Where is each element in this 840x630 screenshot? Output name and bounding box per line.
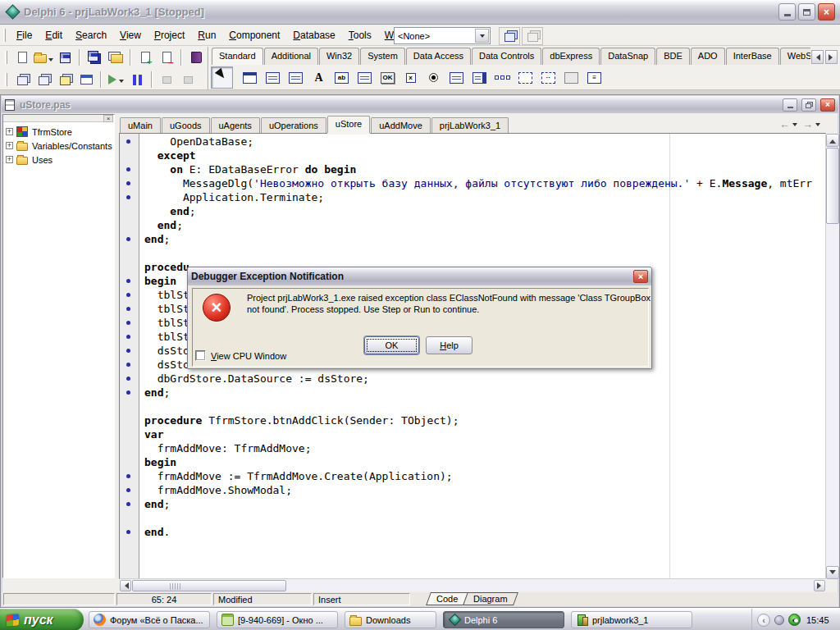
- breakpoint-dot-icon[interactable]: [126, 502, 130, 506]
- expand-plus-icon[interactable]: +: [6, 156, 13, 163]
- tree-item-tfrmstore[interactable]: +TfrmStore: [3, 125, 113, 139]
- taskbar-item-delphi[interactable]: Delphi 6: [443, 611, 564, 628]
- panel-icon[interactable]: [560, 66, 582, 89]
- menu-project[interactable]: Project: [148, 26, 191, 44]
- action-list-icon[interactable]: ≡: [583, 66, 605, 89]
- checkbox-icon[interactable]: [195, 350, 206, 361]
- editor-tab-ugoods[interactable]: uGoods: [162, 117, 210, 133]
- editor-tab-ustore[interactable]: uStore: [327, 116, 370, 133]
- save-all-button[interactable]: [84, 48, 105, 67]
- palette-tab-dbexpress[interactable]: dbExpress: [542, 48, 600, 65]
- editor-tab-uagents[interactable]: uAgents: [211, 117, 260, 133]
- palette-tab-datasnap[interactable]: DataSnap: [600, 48, 655, 65]
- palette-tab-bde[interactable]: BDE: [656, 48, 690, 65]
- new-form-button[interactable]: [75, 70, 97, 89]
- scroll-left-button[interactable]: [120, 580, 131, 591]
- pause-button[interactable]: [126, 70, 148, 89]
- palette-tab-webservices[interactable]: WebServices: [780, 48, 810, 65]
- view-form-button[interactable]: [33, 70, 54, 89]
- horizontal-scroll-thumb[interactable]: [132, 580, 286, 591]
- scroll-down-button[interactable]: [826, 566, 839, 579]
- maximize-button[interactable]: [798, 3, 815, 21]
- save-desktop-button[interactable]: [499, 27, 520, 45]
- desktop-layout-combo[interactable]: <None>: [394, 27, 491, 44]
- taskbar-item-firefox[interactable]: Форум «Всё о Паска...: [89, 611, 210, 628]
- breakpoint-dot-icon[interactable]: [126, 335, 130, 339]
- tray-collapse-chevron-icon[interactable]: ‹: [757, 614, 770, 627]
- taskbar-item-delphi-project[interactable]: prjlabwork3_1: [571, 611, 692, 628]
- start-button[interactable]: пуск: [0, 609, 84, 630]
- editor-tab-uoperations[interactable]: uOperations: [261, 117, 326, 133]
- editor-restore-button[interactable]: [801, 98, 816, 112]
- breakpoint-dot-icon[interactable]: [126, 195, 130, 199]
- breakpoint-dot-icon[interactable]: [126, 390, 130, 395]
- popup-menu-icon[interactable]: [285, 66, 307, 89]
- palette-tab-additional[interactable]: Additional: [264, 48, 318, 65]
- breakpoint-dot-icon[interactable]: [126, 237, 130, 241]
- radio-group-icon[interactable]: ··: [537, 66, 559, 89]
- palette-tab-standard[interactable]: Standard: [212, 48, 263, 65]
- editor-tab-prjlabwork3_1[interactable]: prjLabWork3_1: [431, 117, 509, 133]
- breakpoint-dot-icon[interactable]: [126, 377, 130, 381]
- menu-tools[interactable]: Tools: [342, 26, 378, 44]
- help-book-button[interactable]: [185, 48, 207, 67]
- view-unit-button[interactable]: [11, 70, 33, 89]
- breakpoint-dot-icon[interactable]: [126, 363, 130, 367]
- menu-view[interactable]: View: [113, 26, 148, 44]
- menu-component[interactable]: Component: [222, 26, 286, 44]
- editor-tab-uaddmove[interactable]: uAddMove: [371, 117, 431, 133]
- radio-button-icon[interactable]: [422, 66, 445, 89]
- breakpoint-dot-icon[interactable]: [126, 293, 130, 297]
- menu-file[interactable]: File: [10, 26, 39, 44]
- expand-plus-icon[interactable]: +: [6, 142, 13, 149]
- editor-tab-umain[interactable]: uMain: [120, 117, 161, 133]
- code-explorer-close-button[interactable]: ×: [103, 115, 113, 122]
- view-cpu-window-checkbox[interactable]: View CPU Window: [195, 350, 286, 361]
- add-file-to-project-button[interactable]: [135, 48, 156, 67]
- expand-plus-icon[interactable]: +: [6, 128, 13, 135]
- tree-item-variables-constants[interactable]: +Variables/Constants: [3, 139, 113, 153]
- view-tab-code[interactable]: Code: [426, 592, 468, 605]
- trace-into-button[interactable]: [156, 70, 177, 89]
- breakpoint-dot-icon[interactable]: [126, 181, 130, 185]
- combo-dropdown-button[interactable]: [475, 29, 489, 43]
- menu-edit[interactable]: Edit: [39, 26, 69, 44]
- button-icon[interactable]: OK: [377, 66, 399, 89]
- palette-tab-win32[interactable]: Win32: [319, 48, 359, 65]
- group-box-icon[interactable]: [514, 66, 536, 89]
- label-icon[interactable]: A: [308, 66, 330, 89]
- help-button[interactable]: Help: [426, 336, 472, 354]
- new-file-button[interactable]: [11, 48, 33, 67]
- breakpoint-dot-icon[interactable]: [126, 139, 130, 144]
- palette-scroll-left-button[interactable]: [811, 50, 824, 64]
- breakpoint-dot-icon[interactable]: [126, 167, 130, 171]
- vertical-scroll-thumb[interactable]: [826, 148, 839, 224]
- breakpoint-dot-icon[interactable]: [126, 321, 130, 325]
- main-menu-icon[interactable]: [262, 66, 284, 89]
- open-project-button[interactable]: [105, 48, 126, 67]
- palette-tab-data-access[interactable]: Data Access: [406, 48, 471, 65]
- palette-tab-interbase[interactable]: InterBase: [726, 48, 779, 65]
- menu-run[interactable]: Run: [191, 26, 222, 44]
- vertical-scrollbar[interactable]: [826, 134, 839, 579]
- tree-item-uses[interactable]: +Uses: [3, 153, 113, 167]
- tray-icq-icon[interactable]: [788, 614, 801, 626]
- menu-database[interactable]: Database: [286, 26, 341, 44]
- breakpoint-dot-icon[interactable]: [126, 530, 130, 534]
- horizontal-scrollbar[interactable]: [120, 580, 825, 591]
- cursor-icon[interactable]: [211, 66, 233, 89]
- palette-tab-system[interactable]: System: [360, 48, 405, 65]
- set-debug-desktop-button[interactable]: [522, 27, 543, 45]
- browse-forward-button[interactable]: →: [800, 116, 823, 132]
- combo-box-icon[interactable]: [468, 66, 491, 89]
- scroll-up-button[interactable]: [826, 134, 839, 147]
- breakpoint-dot-icon[interactable]: [126, 279, 130, 283]
- ok-button[interactable]: OK: [364, 336, 419, 354]
- memo-icon[interactable]: [354, 66, 376, 89]
- scroll-bar-icon[interactable]: [491, 66, 514, 89]
- breakpoint-dot-icon[interactable]: [126, 349, 130, 353]
- palette-tab-data-controls[interactable]: Data Controls: [472, 48, 541, 65]
- open-file-button[interactable]: [33, 48, 54, 67]
- toggle-form-unit-button[interactable]: [54, 70, 75, 89]
- save-file-button[interactable]: [54, 48, 75, 67]
